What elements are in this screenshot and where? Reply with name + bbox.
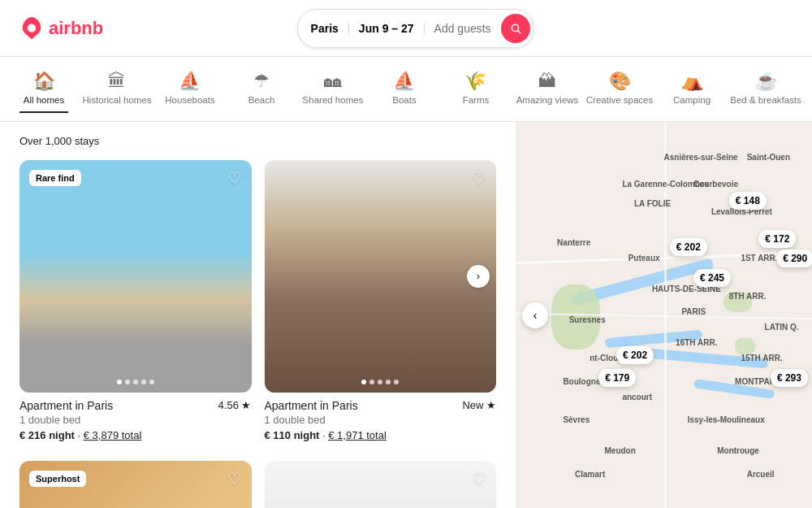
tab-label-beach: Beach: [248, 95, 275, 105]
favorite-button-2[interactable]: ♡: [472, 168, 486, 188]
listing-subtitle-2: 1 double bed: [265, 414, 497, 426]
map-label-13: 16TH ARR.: [676, 338, 717, 347]
tab-camping[interactable]: ⛺ Camping: [667, 66, 716, 113]
image-dots-2: [361, 380, 399, 384]
price-bubble-7[interactable]: € 293: [771, 369, 808, 387]
price-bubble-1[interactable]: € 202: [670, 238, 707, 256]
map-label-20: Issy-les-Moulineaux: [688, 415, 765, 424]
tab-icon-all-homes: 🏠: [33, 72, 55, 90]
listing-image-4: ♡: [265, 461, 497, 509]
listing-card-2[interactable]: ♡ › Apartment in Paris New ★ 1 double be…: [265, 160, 497, 441]
listing-title-row-1: Apartment in Paris 4.56 ★: [19, 399, 252, 412]
stays-count: Over 1,000 stays: [19, 135, 496, 147]
price-bubble-4[interactable]: € 290: [776, 250, 812, 267]
tab-label-historical-homes: Historical homes: [83, 95, 152, 105]
dot-0: [117, 380, 122, 384]
listing-price-2: € 110 night · € 1,971 total: [265, 429, 497, 441]
tab-icon-boats: ⛵: [393, 72, 415, 90]
map-label-3: Courbevoie: [693, 180, 738, 189]
map-label-6: Nanterre: [557, 238, 590, 247]
tab-amazing-views[interactable]: 🏔 Amazing views: [523, 66, 572, 113]
listing-price-1: € 216 night · € 3,879 total: [19, 429, 252, 441]
map-label-12: Suresnes: [569, 315, 606, 324]
listing-subtitle-1: 1 double bed: [19, 414, 252, 426]
tab-beach[interactable]: ☂ Beach: [237, 66, 286, 113]
tab-label-amazing-views: Amazing views: [516, 95, 579, 105]
favorite-button-4[interactable]: ♡: [472, 469, 486, 488]
tab-icon-historical-homes: 🏛: [108, 72, 126, 90]
tab-label-creative-spaces: Creative spaces: [586, 95, 653, 105]
map-label-11: 8TH ARR.: [729, 292, 767, 301]
listing-info-1: Apartment in Paris 4.56 ★ 1 double bed €…: [19, 393, 252, 441]
search-bar[interactable]: Paris Jun 9 – 27 Add guests: [297, 9, 534, 48]
listing-title-row-2: Apartment in Paris New ★: [265, 399, 497, 412]
listing-card-4[interactable]: ♡ Apartment in Paris 1 double bed: [265, 461, 497, 509]
tab-houseboats[interactable]: ⛵ Houseboats: [166, 66, 214, 113]
next-image-button[interactable]: ›: [467, 265, 490, 288]
tab-icon-creative-spaces: 🎨: [609, 72, 631, 90]
map-label-17: ancourt: [622, 393, 652, 402]
listing-card-3[interactable]: Superhost ♡ Apartment in Paris 1 double …: [19, 461, 252, 509]
tab-icon-beach: ☂: [253, 72, 270, 90]
map-label-24: Arcueil: [747, 470, 775, 479]
map-label-14: 15TH ARR.: [741, 354, 782, 363]
map-panel: ‹ Asnières-sur-SeineSaint-OuenLa Garenne…: [516, 122, 812, 508]
logo-text: airbnb: [49, 18, 103, 39]
tab-creative-spaces[interactable]: 🎨 Creative spaces: [594, 66, 645, 113]
image-dots-1: [117, 380, 154, 384]
map-label-25: LATIN Q.: [765, 323, 799, 332]
map-label-1: Saint-Ouen: [747, 153, 790, 162]
logo[interactable]: airbnb: [19, 16, 103, 41]
map-label-21: Meudon: [605, 446, 636, 455]
price-bubble-5[interactable]: € 202: [616, 346, 654, 364]
dot-3: [141, 380, 146, 384]
price-bubble-0[interactable]: € 148: [729, 192, 767, 210]
header: airbnb Paris Jun 9 – 27 Add guests: [0, 0, 812, 57]
tab-icon-bed-breakfasts: ☕: [755, 72, 777, 90]
map-label-22: Montrouge: [717, 446, 759, 455]
tab-label-all-homes: All homes: [24, 95, 65, 105]
listing-image-3: Superhost ♡: [19, 461, 252, 509]
total-price-link-2[interactable]: € 1,971 total: [328, 429, 387, 441]
tab-all-homes[interactable]: 🏠 All homes: [19, 66, 68, 113]
map-label-0: Asnières-sur-Seine: [664, 153, 738, 162]
tab-label-bed-breakfasts: Bed & breakfasts: [730, 95, 801, 105]
listing-title-1: Apartment in Paris: [19, 399, 113, 412]
listing-info-2: Apartment in Paris New ★ 1 double bed € …: [265, 393, 497, 441]
search-dates[interactable]: Jun 9 – 27: [349, 22, 425, 35]
listing-badge-3: Superhost: [29, 471, 86, 487]
dot-1: [369, 380, 374, 384]
airbnb-logo-icon: [19, 16, 44, 41]
tab-boats[interactable]: ⛵ Boats: [380, 66, 429, 113]
price-bubble-2[interactable]: € 172: [758, 230, 796, 248]
dot-2: [378, 380, 382, 384]
listing-card-1[interactable]: Rare find ♡ Apartment in Paris 4.56 ★ 1 …: [19, 160, 252, 441]
total-price-link-1[interactable]: € 3,879 total: [84, 429, 142, 441]
tab-bed-breakfasts[interactable]: ☕ Bed & breakfasts: [739, 66, 793, 113]
search-button[interactable]: [501, 14, 530, 43]
listing-photo-2: [265, 160, 497, 393]
map-collapse-button[interactable]: ‹: [522, 302, 548, 328]
tab-shared-homes[interactable]: 🏘 Shared homes: [309, 66, 357, 113]
listing-rating-1: 4.56 ★: [218, 399, 252, 411]
search-location[interactable]: Paris: [311, 22, 349, 35]
search-icon: [510, 23, 521, 34]
dot-0: [361, 380, 366, 384]
price-bubble-6[interactable]: € 179: [598, 369, 636, 387]
svg-line-1: [517, 30, 520, 33]
park-3: [735, 338, 755, 354]
favorite-button-3[interactable]: ♡: [227, 469, 242, 488]
dot-3: [386, 380, 391, 384]
tab-historical-homes[interactable]: 🏛 Historical homes: [91, 66, 143, 113]
listing-badge-1: Rare find: [29, 170, 81, 186]
favorite-button-1[interactable]: ♡: [227, 168, 242, 188]
tab-icon-amazing-views: 🏔: [538, 72, 556, 90]
map-label-4: LA FOLIE: [634, 199, 671, 208]
search-guests[interactable]: Add guests: [425, 22, 501, 35]
map-label-8: 1ST ARR.: [741, 254, 777, 263]
listing-title-2: Apartment in Paris: [265, 399, 358, 412]
price-bubble-3[interactable]: € 245: [693, 269, 731, 287]
tab-farms[interactable]: 🌾 Farms: [451, 66, 500, 113]
dot-2: [133, 380, 138, 384]
tab-label-farms: Farms: [463, 95, 490, 105]
